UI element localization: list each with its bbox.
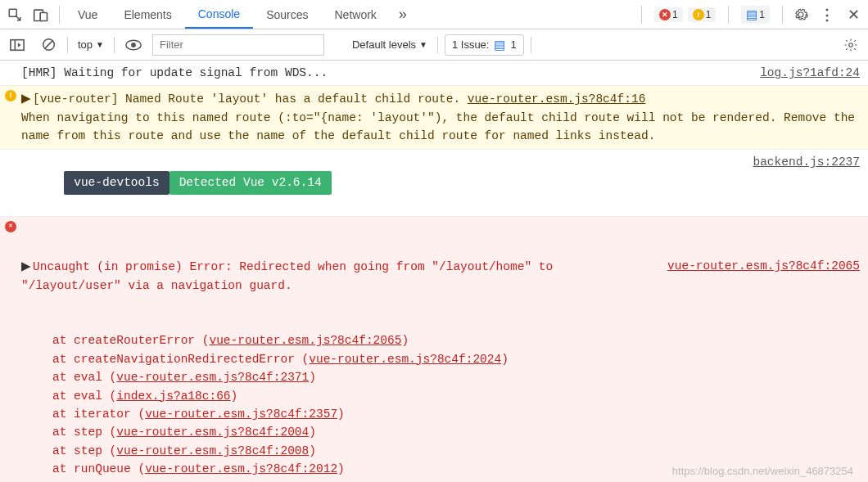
vue-devtools-badge: vue-devtools bbox=[64, 171, 169, 194]
separator bbox=[114, 37, 115, 53]
watermark: https://blog.csdn.net/weixin_46873254 bbox=[672, 465, 853, 477]
log-text: ▶[vue-router] Named Route 'layout' has a… bbox=[21, 89, 860, 145]
stack-frame: at step (vue-router.esm.js?8c4f:2004) bbox=[52, 423, 860, 441]
stack-frame-fn: step bbox=[74, 426, 102, 439]
chevron-down-icon: ▼ bbox=[96, 40, 104, 49]
error-icon: ✕ bbox=[659, 9, 671, 20]
source-link[interactable]: vue-router.esm.js?8c4f:2004 bbox=[116, 426, 309, 439]
live-expression-icon[interactable] bbox=[121, 33, 146, 57]
log-row-hmr: [HMR] Waiting for update signal from WDS… bbox=[0, 61, 868, 86]
stack-frame: at createRouterError (vue-router.esm.js?… bbox=[52, 331, 860, 349]
issues-count: 1 bbox=[510, 38, 516, 51]
errors-badge[interactable]: ✕ 1 bbox=[654, 7, 683, 22]
source-link[interactable]: index.js?a18c:66 bbox=[116, 390, 230, 403]
stack-frame-fn: eval bbox=[74, 390, 102, 403]
kebab-menu-icon[interactable]: ⋮ bbox=[814, 2, 840, 28]
issues-label: 1 Issue: bbox=[452, 38, 490, 51]
vue-version-badge: Detected Vue v2.6.14 bbox=[170, 171, 332, 194]
stack-frame-fn: createNavigationRedirectedError bbox=[74, 353, 295, 366]
stack-frame: at createNavigationRedirectedError (vue-… bbox=[52, 350, 860, 368]
tab-sources[interactable]: Sources bbox=[253, 2, 321, 28]
levels-value: Default levels bbox=[352, 38, 416, 51]
stack-frame: at HashHistory.confirmTransition (vue-ro… bbox=[52, 479, 860, 482]
console-toolbar: top ▼ Default levels ▼ 1 Issue: ▤ 1 bbox=[0, 29, 868, 61]
svg-line-7 bbox=[44, 40, 52, 48]
device-toolbar-icon[interactable] bbox=[28, 2, 54, 28]
log-text: [HMR] Waiting for update signal from WDS… bbox=[21, 64, 680, 82]
source-link[interactable]: backend.js:2237 bbox=[680, 153, 860, 213]
stack-frame-fn: runQueue bbox=[74, 462, 131, 475]
warning-icon: ! bbox=[693, 9, 704, 20]
svg-point-9 bbox=[131, 43, 136, 47]
settings-icon[interactable] bbox=[788, 2, 814, 28]
tab-elements[interactable]: Elements bbox=[111, 2, 184, 28]
separator bbox=[59, 6, 60, 24]
stack-frame: at step (vue-router.esm.js?8c4f:2008) bbox=[52, 442, 860, 460]
separator bbox=[437, 37, 438, 53]
filter-input[interactable] bbox=[152, 34, 324, 56]
messages-badge[interactable]: ▤ 1 bbox=[741, 6, 770, 24]
separator bbox=[782, 6, 783, 24]
source-link[interactable]: vue-router.esm.js?8c4f:2024 bbox=[309, 353, 501, 366]
source-link[interactable]: vue-router.esm.js?8c4f:2357 bbox=[145, 408, 337, 421]
separator bbox=[641, 6, 642, 24]
clear-console-icon[interactable] bbox=[36, 33, 61, 57]
svg-rect-3 bbox=[11, 39, 24, 50]
stack-frame-fn: step bbox=[74, 444, 102, 457]
message-icon: ▤ bbox=[494, 38, 505, 52]
chevron-down-icon: ▼ bbox=[419, 40, 427, 49]
messages-count: 1 bbox=[759, 9, 765, 20]
log-text: ▶Uncaught (in promise) Error: Redirected… bbox=[21, 220, 860, 482]
messages-badge-group[interactable]: ▤ 1 bbox=[734, 6, 777, 24]
source-link[interactable]: vue-router.esm.js?8c4f:2012 bbox=[145, 462, 337, 475]
svg-point-10 bbox=[849, 43, 853, 47]
source-link[interactable]: vue-router.esm.js?8c4f:2065 bbox=[667, 257, 860, 295]
stack-frame: at iterator (vue-router.esm.js?8c4f:2357… bbox=[52, 405, 860, 423]
warning-icon: ! bbox=[5, 90, 16, 101]
stack-frame: at eval (index.js?a18c:66) bbox=[52, 387, 860, 405]
expand-caret-icon[interactable]: ▶ bbox=[21, 259, 31, 273]
separator bbox=[531, 37, 531, 53]
tab-vue[interactable]: Vue bbox=[65, 2, 111, 28]
errors-count: 1 bbox=[672, 9, 678, 20]
stack-frame: at eval (vue-router.esm.js?8c4f:2371) bbox=[52, 368, 860, 386]
console-messages: [HMR] Waiting for update signal from WDS… bbox=[0, 61, 868, 482]
warnings-badge[interactable]: ! 1 bbox=[688, 7, 717, 22]
inspect-element-icon[interactable] bbox=[2, 2, 28, 28]
tab-console[interactable]: Console bbox=[185, 1, 253, 29]
tab-network[interactable]: Network bbox=[321, 2, 389, 28]
log-levels-selector[interactable]: Default levels ▼ bbox=[349, 38, 431, 51]
svg-rect-2 bbox=[40, 12, 47, 20]
separator bbox=[728, 6, 729, 24]
sidebar-toggle-icon[interactable] bbox=[5, 33, 29, 57]
source-link[interactable]: vue-router.esm.js?8c4f:2008 bbox=[116, 444, 309, 457]
source-link[interactable]: vue-router.esm.js?8c4f:16 bbox=[468, 92, 646, 106]
console-settings-icon[interactable] bbox=[839, 33, 863, 57]
source-link[interactable]: log.js?1afd:24 bbox=[680, 64, 860, 82]
context-value: top bbox=[78, 38, 93, 51]
issues-button[interactable]: 1 Issue: ▤ 1 bbox=[445, 34, 524, 56]
warnings-count: 1 bbox=[706, 9, 712, 20]
stack-trace: at createRouterError (vue-router.esm.js?… bbox=[21, 331, 860, 482]
message-icon: ▤ bbox=[746, 7, 757, 22]
close-icon[interactable]: ✕ bbox=[840, 2, 866, 28]
expand-caret-icon[interactable]: ▶ bbox=[21, 92, 31, 105]
source-link[interactable]: vue-router.esm.js?8c4f:2065 bbox=[209, 334, 401, 347]
stack-frame-fn: iterator bbox=[74, 408, 131, 421]
more-tabs-icon[interactable]: » bbox=[390, 2, 416, 28]
context-selector[interactable]: top ▼ bbox=[75, 38, 107, 51]
log-row-devtools: vue-devtoolsDetected Vue v2.6.14 backend… bbox=[0, 150, 868, 217]
status-badges[interactable]: ✕ 1 ! 1 bbox=[647, 7, 723, 22]
log-row-error: ✕ ▶Uncaught (in promise) Error: Redirect… bbox=[0, 217, 868, 482]
error-icon: ✕ bbox=[5, 221, 16, 232]
separator bbox=[67, 37, 68, 53]
source-link[interactable]: vue-router.esm.js?8c4f:2371 bbox=[116, 371, 309, 384]
stack-frame-fn: eval bbox=[74, 371, 102, 384]
devtools-tabbar: Vue Elements Console Sources Network » ✕… bbox=[0, 0, 868, 29]
log-row-warning: ! ▶[vue-router] Named Route 'layout' has… bbox=[0, 86, 868, 149]
svg-marker-5 bbox=[18, 43, 21, 47]
log-text: vue-devtoolsDetected Vue v2.6.14 bbox=[21, 153, 680, 213]
stack-frame-fn: createRouterError bbox=[74, 334, 195, 347]
